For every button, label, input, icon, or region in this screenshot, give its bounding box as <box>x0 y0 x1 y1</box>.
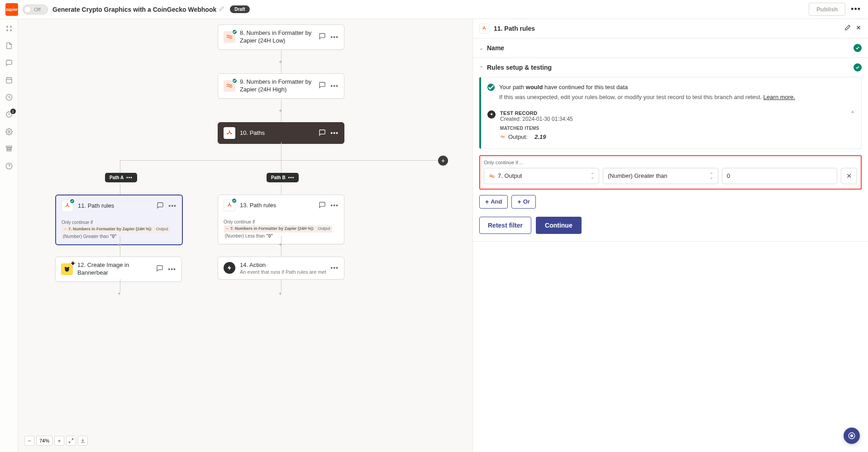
add-step-icon[interactable]: + <box>118 242 121 248</box>
sidebar-help-icon[interactable] <box>5 162 13 170</box>
test-record-row[interactable]: ✦ TEST RECORD Created: 2024-01-30 01:34:… <box>481 106 861 148</box>
learn-more-link[interactable]: Learn more. <box>763 94 795 100</box>
record-icon: ✦ <box>487 110 496 119</box>
toggle-knob <box>24 6 31 13</box>
path-b-label[interactable]: Path B ••• <box>267 173 299 182</box>
comment-icon[interactable] <box>319 81 326 90</box>
zapier-logo[interactable]: zapier <box>5 3 18 16</box>
zap-title[interactable]: Generate Crypto Graphics with a CoinGeck… <box>52 6 216 13</box>
sidebar-archive-icon[interactable] <box>5 145 13 153</box>
step-title: 12. Create Image in Bannerbear <box>77 262 156 277</box>
svg-point-2 <box>6 30 8 31</box>
step-9-formatter-high[interactable]: 9. Numbers in Formatter by Zapier (24H H… <box>218 73 344 99</box>
comment-icon[interactable] <box>319 129 326 138</box>
sidebar-comment-icon[interactable] <box>5 59 13 67</box>
section-header[interactable]: ⌄ Rules setup & testing <box>473 58 868 77</box>
step-more-icon[interactable]: ••• <box>330 264 339 271</box>
zoom-in-button[interactable]: + <box>54 436 64 446</box>
select-chevrons-icon: ⌃⌄ <box>591 173 594 179</box>
retest-filter-button[interactable]: Retest filter <box>479 217 531 234</box>
operator-display: (Number) Greater than <box>608 172 668 179</box>
step-12-bannerbear[interactable]: 12. Create Image in Bannerbear ••• <box>55 257 182 282</box>
chevron-up-icon[interactable]: ⌃ <box>850 110 855 117</box>
editor-canvas[interactable]: 8. Numbers in Formatter by Zapier (24H L… <box>18 19 472 452</box>
step-actions: ••• <box>330 264 339 271</box>
svg-point-18 <box>67 267 69 269</box>
comment-icon[interactable] <box>156 265 163 273</box>
svg-point-1 <box>10 26 11 28</box>
formatter-icon <box>224 80 235 92</box>
close-icon[interactable] <box>855 24 862 33</box>
add-or-button[interactable]: +Or <box>511 195 535 209</box>
test-record-date: Created: 2024-01-30 01:34:45 <box>500 116 846 122</box>
add-step-icon[interactable]: + <box>279 59 282 65</box>
condition-operator-select[interactable]: (Number) Greater than ⌃⌄ <box>603 168 718 184</box>
step-more-icon[interactable]: ••• <box>168 266 176 273</box>
step-more-icon[interactable]: ••• <box>330 202 339 209</box>
step-11-path-rules[interactable]: 11. Path rules ••• Only continue if 7. N… <box>55 195 183 245</box>
condition-field-select[interactable]: 7. Output ⌃⌄ <box>484 168 599 184</box>
step-status-success-icon <box>232 78 238 84</box>
comment-icon[interactable] <box>157 202 164 210</box>
connector <box>120 185 120 195</box>
field-display: 7. Output <box>498 172 522 179</box>
path-more-icon[interactable]: ••• <box>288 175 295 180</box>
path-label-text: Path B <box>271 175 286 180</box>
comment-icon[interactable] <box>319 201 326 210</box>
step-title: 14. Action <box>240 262 326 269</box>
zap-enable-toggle[interactable]: Off <box>23 5 48 14</box>
sidebar-calendar-icon[interactable] <box>5 76 13 84</box>
test-headline: Your path would have continued for this … <box>499 83 795 92</box>
section-complete-icon <box>854 63 862 71</box>
edit-icon[interactable] <box>844 24 851 33</box>
step-actions: ••• <box>319 129 339 138</box>
sidebar-tasks-icon[interactable]: 2 <box>5 110 13 119</box>
step-14-action[interactable]: 14. Action An event that runs if Path ru… <box>218 257 344 280</box>
section-name: ⌄ Name <box>473 38 868 58</box>
svg-rect-4 <box>6 78 12 83</box>
add-step-icon[interactable]: + <box>279 108 282 114</box>
step-actions: ••• <box>319 81 339 90</box>
step-title: 11. Path rules <box>78 202 114 210</box>
paths-icon <box>224 200 235 211</box>
sidebar-file-icon[interactable] <box>5 42 13 50</box>
svg-line-20 <box>69 441 71 443</box>
remove-condition-button[interactable]: ✕ <box>841 168 857 184</box>
header-more-icon[interactable]: ••• <box>849 5 863 14</box>
svg-point-0 <box>6 26 8 28</box>
add-step-icon[interactable]: + <box>118 290 121 297</box>
zoom-fit-button[interactable] <box>66 436 76 446</box>
step-status-success-icon <box>69 198 75 204</box>
step-more-icon[interactable]: ••• <box>168 202 176 209</box>
publish-button[interactable]: Publish <box>809 3 845 16</box>
edit-title-icon[interactable] <box>219 6 224 13</box>
step-subtitle: An event that runs if Path rules are met <box>240 269 326 275</box>
panel-header-actions <box>844 24 862 33</box>
section-header[interactable]: ⌄ Name <box>473 38 868 57</box>
path-a-label[interactable]: Path A ••• <box>105 173 137 182</box>
app-header: zapier Off Generate Crypto Graphics with… <box>0 0 868 19</box>
condition-value-input[interactable] <box>722 168 837 184</box>
add-step-icon[interactable]: + <box>279 290 282 297</box>
step-more-icon[interactable]: ••• <box>330 33 339 41</box>
add-and-button[interactable]: +And <box>479 195 508 209</box>
step-more-icon[interactable]: ••• <box>330 82 339 90</box>
add-step-icon[interactable]: + <box>279 242 282 248</box>
step-10-paths[interactable]: 10. Paths ••• <box>218 122 344 144</box>
step-title: 13. Path rules <box>240 202 276 209</box>
step-actions: ••• <box>319 201 339 210</box>
zoom-out-button[interactable]: − <box>24 436 34 446</box>
continue-button[interactable]: Continue <box>536 217 582 234</box>
zoom-percent[interactable]: 74% <box>36 436 52 446</box>
step-more-icon[interactable]: ••• <box>330 129 339 137</box>
help-bubble[interactable] <box>844 428 860 444</box>
step-8-formatter-low[interactable]: 8. Numbers in Formatter by Zapier (24H L… <box>218 24 344 50</box>
sidebar-clock-icon[interactable] <box>5 93 13 101</box>
download-button[interactable] <box>78 436 88 446</box>
matched-item: Output: 2.19 <box>500 133 846 144</box>
sidebar-grid-icon[interactable] <box>5 24 13 33</box>
sidebar-settings-icon[interactable] <box>5 128 13 136</box>
add-path-button[interactable]: + <box>438 156 448 166</box>
path-more-icon[interactable]: ••• <box>126 175 133 180</box>
comment-icon[interactable] <box>319 33 326 41</box>
